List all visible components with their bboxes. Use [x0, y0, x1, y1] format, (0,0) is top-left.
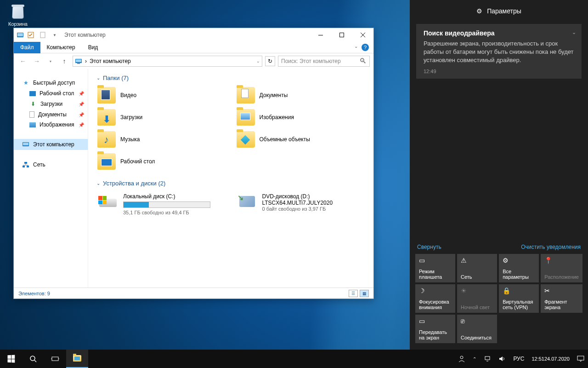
notification[interactable]: Поиск видеодрайвера Разрешение экрана, п… [416, 24, 582, 79]
address-sep: › [85, 58, 87, 64]
search-button[interactable] [22, 350, 44, 368]
collapse-link[interactable]: Свернуть [417, 244, 441, 250]
tray-people-icon[interactable] [454, 350, 469, 368]
address-bar[interactable]: › Этот компьютер ⌄ [73, 56, 262, 67]
pin-icon: 📌 [79, 91, 84, 96]
sidebar-desktop[interactable]: Рабочий стол📌 [14, 88, 88, 98]
sidebar-downloads[interactable]: ⬇Загрузки📌 [14, 98, 88, 109]
notification-time: 12:49 [424, 69, 574, 74]
tab-view[interactable]: Вид [82, 42, 105, 53]
view-tiles-button[interactable]: ▦ [360, 290, 369, 297]
folder-downloads[interactable]: ⬇Загрузки [96, 108, 226, 126]
folders-header[interactable]: ⌄Папки (7) [96, 75, 365, 81]
tile-project[interactable]: ▭Передавать на экран [415, 315, 455, 343]
windows-logo-icon [98, 196, 107, 204]
tray-clock[interactable]: 12:5124.07.2020 [528, 350, 573, 368]
qat-dropdown-icon[interactable]: ▼ [50, 30, 60, 40]
tray-volume-icon[interactable] [495, 350, 509, 368]
tile-screen-snip[interactable]: ✂Фрагмент экрана [541, 284, 582, 313]
tab-file[interactable]: Файл [14, 42, 40, 53]
tray-overflow-icon[interactable]: ⌃ [469, 350, 480, 368]
svg-rect-10 [23, 143, 28, 145]
snip-icon: ✂ [544, 287, 579, 295]
address-dropdown-icon[interactable]: ⌄ [256, 59, 260, 63]
tile-all-settings[interactable]: ⚙Все параметры [499, 254, 539, 282]
svg-line-15 [34, 360, 36, 362]
pin-icon: 📌 [79, 112, 84, 117]
pin-icon: 📌 [79, 122, 84, 127]
tile-night-light[interactable]: ☀Ночной свет [457, 284, 497, 313]
sidebar-this-pc[interactable]: Этот компьютер [14, 139, 88, 150]
titlebar[interactable]: ▼ Этот компьютер [14, 28, 373, 42]
start-button[interactable] [0, 350, 22, 368]
help-icon[interactable]: ? [362, 44, 369, 51]
svg-rect-16 [52, 357, 58, 361]
forward-button[interactable]: → [31, 56, 42, 67]
tile-location[interactable]: 📍Расположение [541, 254, 582, 282]
search-input[interactable] [281, 58, 359, 64]
maximize-button[interactable] [331, 28, 352, 42]
up-button[interactable]: ↑ [59, 56, 70, 67]
devices-header[interactable]: ⌄Устройства и диски (2) [96, 180, 365, 187]
folder-desktop[interactable]: Рабочий стол [96, 152, 226, 171]
sidebar-documents[interactable]: Документы📌 [14, 109, 88, 120]
chevron-down-icon[interactable]: ⌄ [572, 29, 576, 35]
drive-c[interactable]: Локальный диск (C:) 35,1 ГБ свободно из … [96, 191, 226, 217]
quick-actions: ▭Режим планшета ⚠Сеть ⚙Все параметры 📍Ра… [410, 254, 588, 350]
tile-vpn[interactable]: 🔒Виртуальная сеть (VPN) [499, 284, 539, 313]
search-icon[interactable]: 🔍︎ [359, 57, 367, 65]
tray-action-center-icon[interactable] [573, 350, 588, 368]
svg-rect-11 [24, 162, 27, 164]
navbar: ← → ▾ ↑ › Этот компьютер ⌄ ↻ 🔍︎ [14, 53, 373, 69]
tile-network[interactable]: ⚠Сеть [457, 254, 497, 282]
tray-network-icon[interactable] [480, 350, 495, 368]
svg-rect-13 [27, 166, 29, 167]
file-explorer-window: ▼ Этот компьютер Файл Компьютер Вид ⌄ ? … [13, 28, 374, 299]
recent-dropdown[interactable]: ▾ [45, 56, 56, 67]
refresh-button[interactable]: ↻ [265, 56, 275, 66]
app-icon [17, 31, 24, 39]
content-pane: ⌄Папки (7) Видео Документы ⬇Загрузки Изо… [88, 69, 373, 288]
svg-rect-22 [577, 356, 584, 360]
sidebar-network[interactable]: Сеть [14, 159, 88, 170]
ribbon-expand-icon[interactable]: ⌄ [354, 44, 358, 51]
project-icon: ▭ [419, 317, 452, 326]
tab-computer[interactable]: Компьютер [40, 42, 82, 53]
minimize-button[interactable] [310, 28, 331, 42]
svg-rect-1 [17, 33, 23, 36]
item-count: Элементов: 9 [18, 291, 50, 296]
close-button[interactable] [352, 28, 373, 42]
qat-properties-icon[interactable] [26, 30, 36, 40]
tablet-icon: ▭ [419, 257, 452, 265]
folder-pictures[interactable]: Изображения [236, 108, 366, 126]
taskbar: ⌃ РУС 12:5124.07.2020 [0, 350, 588, 368]
vpn-icon: 🔒 [503, 287, 535, 295]
search-box[interactable]: 🔍︎ [278, 56, 370, 67]
network-icon [22, 161, 29, 168]
folder-videos[interactable]: Видео [96, 86, 226, 104]
tile-focus-assist[interactable]: ☽Фокусировка внимания [415, 284, 455, 313]
folder-documents[interactable]: Документы [236, 86, 366, 104]
svg-rect-8 [77, 63, 80, 64]
desktop-icon [29, 91, 36, 96]
connect-icon: ⎚ [461, 317, 493, 326]
tile-connect[interactable]: ⎚Соединиться [457, 315, 497, 343]
qat-new-icon[interactable] [38, 30, 48, 40]
drive-d[interactable]: ↘ DVD-дисковод (D:) LTSCX64.MULTi7.JULY2… [236, 191, 366, 217]
task-view-button[interactable] [44, 350, 66, 368]
view-details-button[interactable]: ☰ [349, 290, 358, 297]
sidebar-pictures[interactable]: Изображения📌 [14, 120, 88, 130]
document-icon [29, 111, 34, 118]
sidebar-quick-access[interactable]: ★ Быстрый доступ [14, 77, 88, 88]
back-button[interactable]: ← [17, 56, 28, 67]
notification-body: Разрешение экрана, производительность и … [424, 40, 574, 65]
folder-3d[interactable]: Объемные объекты [236, 130, 366, 149]
tray-language[interactable]: РУС [509, 350, 528, 368]
windows-logo-icon [7, 355, 15, 363]
tile-tablet-mode[interactable]: ▭Режим планшета [415, 254, 455, 282]
gear-icon: ⚙ [476, 7, 482, 15]
taskbar-explorer[interactable] [66, 350, 88, 368]
folder-music[interactable]: ♪Музыка [96, 130, 226, 149]
clear-notifications-link[interactable]: Очистить уведомления [521, 244, 581, 250]
recycle-bin[interactable]: Корзина [8, 4, 28, 27]
